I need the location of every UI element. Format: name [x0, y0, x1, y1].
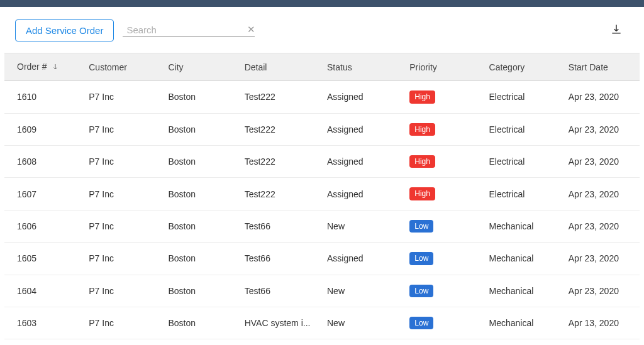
download-button[interactable] [610, 23, 623, 38]
cell-order: 1604 [4, 275, 84, 307]
cell-order: 1607 [4, 178, 84, 210]
add-service-order-button[interactable]: Add Service Order [15, 19, 114, 41]
cell-category: Electrical [484, 146, 564, 178]
cell-city: Boston [164, 81, 240, 113]
toolbar: Add Service Order ✕ [0, 7, 644, 53]
table-row[interactable]: 1604P7 IncBostonTest66NewLowMechanicalAp… [4, 275, 640, 307]
cell-order: 1603 [4, 307, 84, 339]
cell-status: Assigned [322, 81, 404, 113]
cell-status: New [322, 275, 404, 307]
column-header-order[interactable]: Order # [4, 53, 84, 81]
cell-customer: P7 Inc [84, 307, 163, 339]
sort-desc-icon [52, 62, 59, 72]
priority-badge: Low [409, 317, 433, 329]
service-orders-table: Order # Customer City Detail Status Prio… [4, 53, 640, 345]
cell-detail: Test222 [240, 81, 322, 113]
cell-detail: Test222 [240, 113, 322, 145]
cell-category: Electrical [484, 81, 564, 113]
table-row[interactable]: 1603P7 IncBostonHVAC system i...NewLowMe… [4, 307, 640, 339]
cell-customer: P7 Inc [84, 81, 163, 113]
table-row[interactable]: 1602P7 IncBostonHVAC system i...NewLowMe… [4, 339, 640, 345]
window-top-bar [0, 0, 644, 7]
priority-badge: High [409, 155, 435, 168]
priority-badge: Low [409, 285, 433, 297]
cell-priority: High [404, 81, 484, 113]
cell-detail: HVAC system i... [240, 339, 322, 345]
cell-order: 1608 [4, 146, 84, 178]
table-row[interactable]: 1606P7 IncBostonTest66NewLowMechanicalAp… [4, 210, 640, 242]
cell-customer: P7 Inc [84, 113, 163, 145]
table-header-row: Order # Customer City Detail Status Prio… [4, 53, 640, 81]
cell-start-date: Apr 23, 2020 [564, 81, 640, 113]
column-header-priority[interactable]: Priority [404, 53, 484, 81]
cell-start-date: Apr 23, 2020 [564, 210, 640, 242]
cell-customer: P7 Inc [84, 210, 163, 242]
table-row[interactable]: 1608P7 IncBostonTest222AssignedHighElect… [4, 146, 640, 178]
cell-category: Electrical [484, 113, 564, 145]
cell-order: 1609 [4, 113, 84, 145]
cell-start-date: Apr 23, 2020 [564, 146, 640, 178]
column-header-detail[interactable]: Detail [240, 53, 322, 81]
cell-customer: P7 Inc [84, 178, 163, 210]
table-row[interactable]: 1605P7 IncBostonTest66AssignedLowMechani… [4, 243, 640, 275]
cell-customer: P7 Inc [84, 243, 163, 275]
priority-badge: High [409, 187, 435, 200]
cell-start-date: Apr 13, 2020 [564, 307, 640, 339]
cell-start-date: Apr 13, 2020 [564, 339, 640, 345]
cell-status: New [322, 210, 404, 242]
cell-status: Assigned [322, 113, 404, 145]
cell-order: 1606 [4, 210, 84, 242]
clear-search-icon[interactable]: ✕ [246, 24, 257, 35]
cell-priority: Low [404, 339, 484, 345]
cell-start-date: Apr 23, 2020 [564, 243, 640, 275]
table-row[interactable]: 1610P7 IncBostonTest222AssignedHighElect… [4, 81, 640, 113]
cell-city: Boston [164, 307, 240, 339]
cell-category: Mechanical [484, 243, 564, 275]
cell-status: Assigned [322, 146, 404, 178]
cell-priority: Low [404, 307, 484, 339]
cell-detail: HVAC system i... [240, 307, 322, 339]
cell-category: Electrical [484, 178, 564, 210]
cell-start-date: Apr 23, 2020 [564, 275, 640, 307]
cell-priority: High [404, 178, 484, 210]
cell-order: 1605 [4, 243, 84, 275]
download-icon [610, 23, 623, 36]
cell-category: Mechanical [484, 339, 564, 345]
priority-badge: High [409, 90, 435, 103]
table-row[interactable]: 1609P7 IncBostonTest222AssignedHighElect… [4, 113, 640, 145]
cell-city: Boston [164, 146, 240, 178]
cell-customer: P7 Inc [84, 275, 163, 307]
cell-city: Boston [164, 178, 240, 210]
cell-start-date: Apr 23, 2020 [564, 178, 640, 210]
cell-priority: High [404, 146, 484, 178]
cell-city: Boston [164, 113, 240, 145]
cell-category: Mechanical [484, 210, 564, 242]
cell-city: Boston [164, 339, 240, 345]
cell-city: Boston [164, 275, 240, 307]
column-header-city[interactable]: City [164, 53, 240, 81]
column-header-status[interactable]: Status [322, 53, 404, 81]
cell-detail: Test66 [240, 243, 322, 275]
search-input[interactable] [126, 25, 246, 35]
cell-detail: Test66 [240, 275, 322, 307]
cell-priority: High [404, 113, 484, 145]
cell-city: Boston [164, 243, 240, 275]
cell-status: New [322, 307, 404, 339]
cell-priority: Low [404, 210, 484, 242]
table-row[interactable]: 1607P7 IncBostonTest222AssignedHighElect… [4, 178, 640, 210]
cell-category: Mechanical [484, 275, 564, 307]
cell-status: Assigned [322, 178, 404, 210]
cell-order: 1610 [4, 81, 84, 113]
cell-priority: Low [404, 243, 484, 275]
cell-detail: Test66 [240, 210, 322, 242]
column-header-start-date[interactable]: Start Date [564, 53, 640, 81]
column-header-customer[interactable]: Customer [84, 53, 163, 81]
search-field[interactable]: ✕ [123, 24, 255, 37]
priority-badge: Low [409, 252, 433, 265]
cell-detail: Test222 [240, 178, 322, 210]
column-header-order-label: Order # [17, 62, 47, 72]
column-header-category[interactable]: Category [484, 53, 564, 81]
cell-priority: Low [404, 275, 484, 307]
cell-customer: P7 Inc [84, 339, 163, 345]
cell-start-date: Apr 23, 2020 [564, 113, 640, 145]
